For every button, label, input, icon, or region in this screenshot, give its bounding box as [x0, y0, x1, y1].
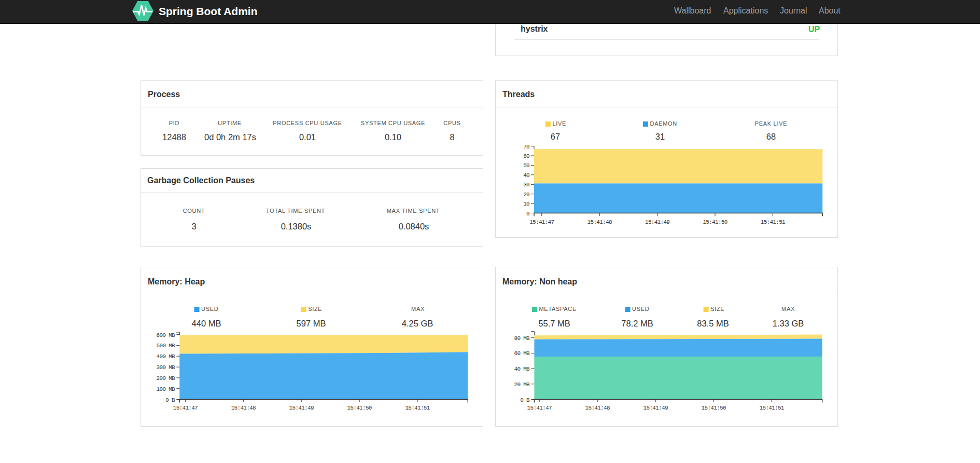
svg-text:500 MB: 500 MB — [157, 343, 176, 349]
svg-text:15:41:48: 15:41:48 — [231, 405, 256, 411]
svg-text:15:41:49: 15:41:49 — [643, 405, 668, 411]
svg-text:60 MB: 60 MB — [514, 350, 530, 357]
svg-text:400 MB: 400 MB — [157, 353, 176, 360]
svg-text:15:41:51: 15:41:51 — [761, 219, 786, 225]
svg-text:20: 20 — [523, 192, 529, 198]
svg-text:300 MB: 300 MB — [157, 364, 176, 371]
svg-text:10: 10 — [523, 201, 529, 207]
svg-text:80 MB: 80 MB — [514, 335, 530, 342]
svg-text:0 B: 0 B — [520, 397, 530, 403]
svg-text:50: 50 — [523, 162, 529, 169]
svg-text:15:41:47: 15:41:47 — [173, 405, 198, 411]
svg-text:15:41:48: 15:41:48 — [585, 405, 610, 411]
svg-text:15:41:49: 15:41:49 — [645, 219, 669, 225]
svg-text:15:41:50: 15:41:50 — [347, 405, 371, 411]
svg-text:600 MB: 600 MB — [157, 332, 176, 338]
svg-text:15:41:48: 15:41:48 — [587, 219, 612, 225]
svg-text:15:41:49: 15:41:49 — [289, 405, 314, 411]
svg-text:15:41:50: 15:41:50 — [703, 219, 727, 225]
svg-text:70: 70 — [523, 144, 529, 150]
svg-text:60: 60 — [523, 153, 529, 159]
svg-text:0 B: 0 B — [165, 397, 175, 403]
svg-text:0: 0 — [526, 211, 529, 217]
svg-text:20 MB: 20 MB — [514, 382, 530, 388]
svg-text:15:41:50: 15:41:50 — [702, 405, 726, 411]
svg-text:100 MB: 100 MB — [157, 386, 176, 392]
svg-text:200 MB: 200 MB — [157, 375, 176, 382]
svg-text:15:41:47: 15:41:47 — [527, 405, 552, 411]
svg-text:30: 30 — [523, 182, 529, 188]
svg-text:40: 40 — [523, 172, 529, 179]
svg-text:15:41:51: 15:41:51 — [760, 405, 785, 411]
svg-text:15:41:51: 15:41:51 — [405, 405, 430, 411]
svg-text:15:41:47: 15:41:47 — [529, 219, 554, 225]
svg-text:40 MB: 40 MB — [514, 366, 530, 372]
